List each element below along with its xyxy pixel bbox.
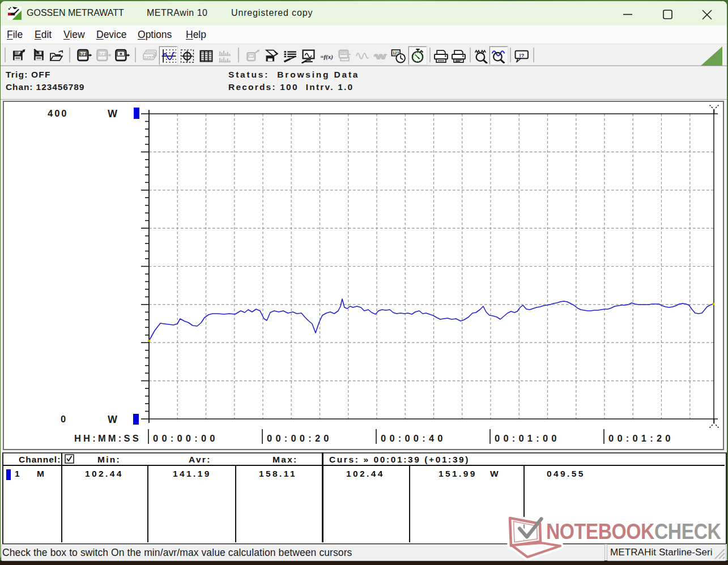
svg-text:1257: 1257 <box>144 55 154 60</box>
svg-text:321: 321 <box>341 52 346 55</box>
svg-text:M: M <box>120 52 122 57</box>
svg-text:!?: !? <box>520 53 525 58</box>
svg-text:=f(x): =f(x) <box>320 53 333 61</box>
svg-text:321: 321 <box>99 52 107 57</box>
svg-text:321: 321 <box>79 52 87 57</box>
